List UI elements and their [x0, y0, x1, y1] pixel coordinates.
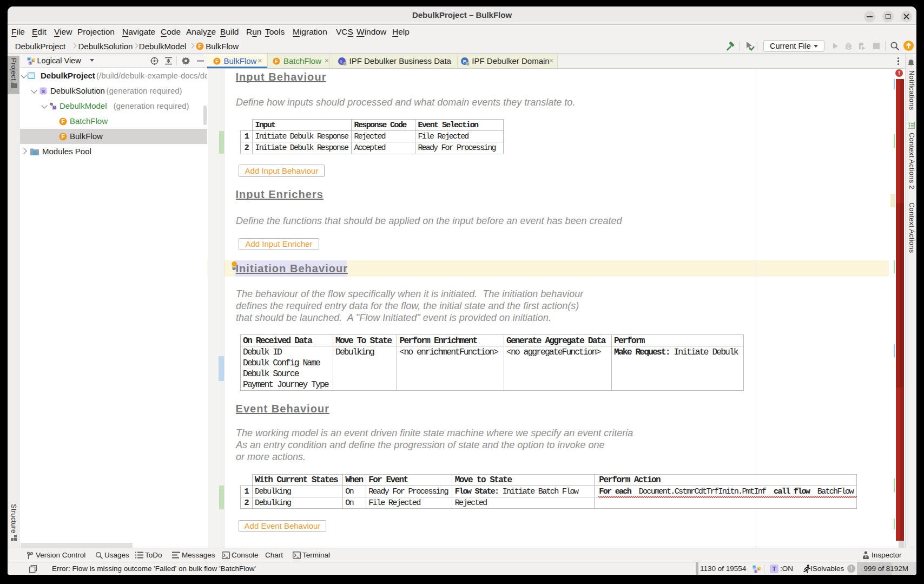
- svg-text:M: M: [53, 106, 56, 109]
- svg-text:E: E: [463, 58, 466, 64]
- svg-text:F: F: [198, 43, 201, 49]
- svg-text:S: S: [42, 89, 45, 94]
- svg-text:F: F: [61, 119, 64, 124]
- svg-text:F: F: [215, 58, 219, 64]
- svg-text:L: L: [340, 58, 344, 64]
- svg-text:D: D: [754, 565, 756, 568]
- svg-text:F: F: [275, 58, 279, 64]
- svg-text:S: S: [755, 569, 757, 573]
- svg-text:F: F: [61, 134, 64, 140]
- svg-text:S: S: [29, 62, 31, 65]
- svg-text:D: D: [28, 57, 30, 61]
